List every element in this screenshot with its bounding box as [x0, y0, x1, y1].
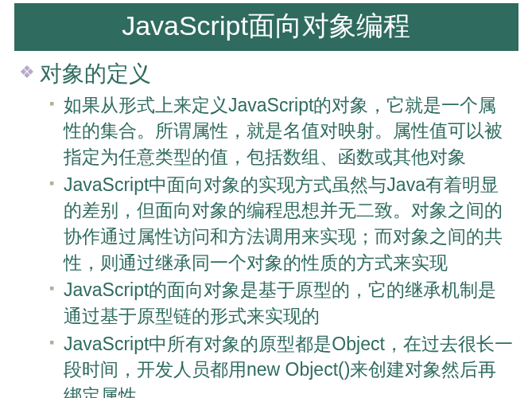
list-item: JavaScript的面向对象是基于原型的，它的继承机制是通过基于原型链的形式来… — [49, 277, 513, 329]
list-item: JavaScript中面向对象的实现方式虽然与Java有着明显的差别，但面向对象… — [49, 172, 513, 276]
bullet-list: 如果从形式上来定义JavaScript的对象，它就是一个属性的集合。所谓属性，就… — [19, 92, 513, 398]
slide-title-banner: JavaScript面向对象编程 — [14, 3, 518, 51]
heading-row: ❖ 对象的定义 — [19, 60, 513, 88]
slide-content: ❖ 对象的定义 如果从形式上来定义JavaScript的对象，它就是一个属性的集… — [0, 60, 532, 398]
list-item: JavaScript中所有对象的原型都是Object，在过去很长一段时间，开发人… — [49, 331, 513, 399]
section-heading: 对象的定义 — [40, 60, 151, 88]
list-item: 如果从形式上来定义JavaScript的对象，它就是一个属性的集合。所谓属性，就… — [49, 92, 513, 170]
slide-title-text: JavaScript面向对象编程 — [122, 10, 410, 41]
diamond-bullet-icon: ❖ — [19, 60, 35, 85]
